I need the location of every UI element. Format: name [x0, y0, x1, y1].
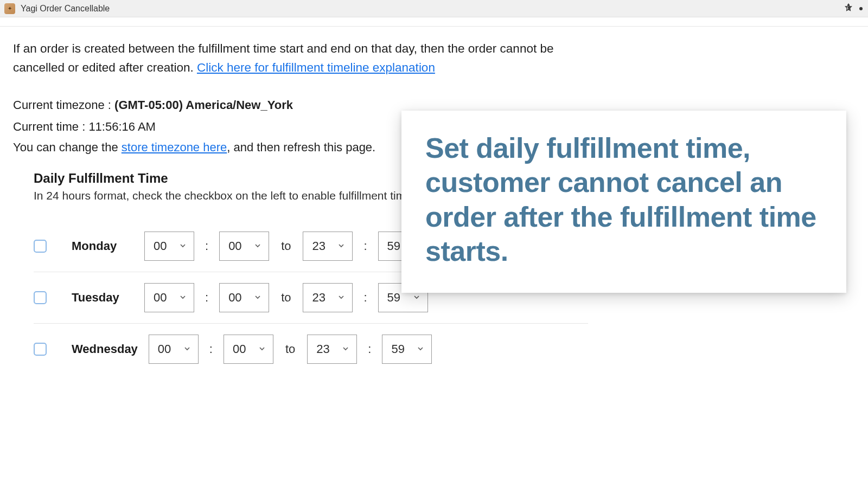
- overlay-text: Set daily fulfillment time, customer can…: [425, 131, 822, 269]
- chevron-down-icon: [183, 342, 192, 356]
- select-value: 00: [154, 239, 167, 253]
- select-value: 00: [233, 342, 246, 356]
- to-label: to: [281, 291, 291, 305]
- tuesday-start-hour-select[interactable]: 00: [144, 283, 194, 312]
- select-value: 00: [228, 239, 241, 253]
- select-value: 59: [387, 239, 400, 253]
- enable-tuesday-checkbox[interactable]: [34, 291, 47, 304]
- wednesday-end-hour-select[interactable]: 23: [307, 335, 357, 364]
- fulfillment-explanation-link[interactable]: Click here for fulfillment timeline expl…: [197, 61, 435, 74]
- enable-monday-checkbox[interactable]: [34, 240, 47, 253]
- wednesday-start-hour-select[interactable]: 00: [149, 335, 199, 364]
- day-label-monday: Monday: [58, 239, 133, 253]
- wednesday-end-minute-select[interactable]: 59: [382, 335, 432, 364]
- chevron-down-icon: [253, 239, 262, 253]
- app-title: Yagi Order Cancellable: [21, 4, 110, 14]
- tuesday-end-hour-select[interactable]: 23: [303, 283, 353, 312]
- time-colon: :: [209, 342, 213, 356]
- chevron-down-icon: [416, 342, 425, 356]
- time-colon: :: [368, 342, 371, 356]
- chevron-down-icon: [253, 291, 262, 305]
- timezone-label: Current timezone :: [13, 98, 114, 112]
- select-value: 23: [312, 239, 325, 253]
- select-value: 00: [158, 342, 171, 356]
- tuesday-start-minute-select[interactable]: 00: [219, 283, 269, 312]
- chevron-down-icon: [258, 342, 266, 356]
- chevron-down-icon: [337, 291, 346, 305]
- tz-change-prefix: You can change the: [13, 140, 122, 154]
- chevron-down-icon: [178, 239, 187, 253]
- monday-start-hour-select[interactable]: 00: [144, 232, 194, 261]
- info-overlay-card: Set daily fulfillment time, customer can…: [401, 111, 846, 293]
- chevron-down-icon: [412, 291, 421, 305]
- time-colon: :: [363, 291, 367, 305]
- select-value: 23: [312, 291, 325, 305]
- select-value: 00: [154, 291, 167, 305]
- monday-end-hour-select[interactable]: 23: [303, 232, 353, 261]
- select-value: 00: [228, 291, 241, 305]
- app-icon: ✦: [4, 3, 15, 14]
- current-time-label: Current time :: [13, 120, 88, 133]
- time-colon: :: [205, 239, 208, 253]
- intro-paragraph: If an order is created between the fulfi…: [13, 40, 556, 78]
- time-colon: :: [205, 291, 208, 305]
- select-value: 23: [316, 342, 329, 356]
- store-timezone-link[interactable]: store timezone here: [122, 140, 227, 154]
- select-value: 59: [391, 342, 404, 356]
- to-label: to: [285, 342, 295, 356]
- to-label: to: [281, 239, 291, 253]
- time-colon: :: [363, 239, 367, 253]
- day-row-wednesday: Wednesday 00 : 00 to 23 : 59: [34, 324, 588, 375]
- window-titlebar: ✦ Yagi Order Cancellable: [0, 0, 868, 17]
- chevron-down-icon: [341, 342, 350, 356]
- wednesday-start-minute-select[interactable]: 00: [224, 335, 273, 364]
- day-label-tuesday: Tuesday: [58, 291, 133, 305]
- pin-icon[interactable]: [844, 3, 853, 14]
- current-time-value: 11:56:16 AM: [88, 120, 156, 133]
- chevron-down-icon: [178, 291, 187, 305]
- select-value: 59: [387, 291, 400, 305]
- timezone-value: (GMT-05:00) America/New_York: [114, 98, 293, 112]
- menu-dot-icon[interactable]: [859, 7, 863, 10]
- enable-wednesday-checkbox[interactable]: [34, 343, 47, 356]
- day-label-wednesday: Wednesday: [58, 342, 138, 356]
- monday-start-minute-select[interactable]: 00: [219, 232, 269, 261]
- chevron-down-icon: [337, 239, 346, 253]
- tz-change-suffix: , and then refresh this page.: [227, 140, 375, 154]
